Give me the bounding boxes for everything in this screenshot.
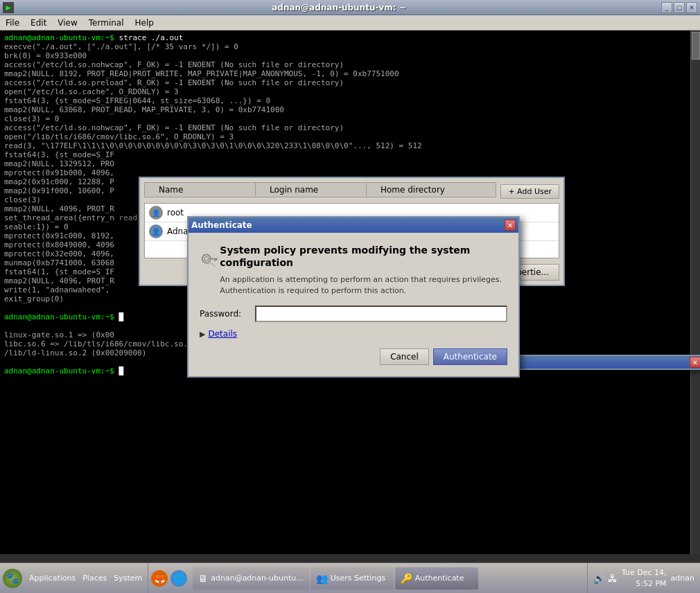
add-user-button[interactable]: + Add User (500, 184, 559, 199)
terminal-line-18: mmap2(0x91f000, 10600, P (4, 186, 114, 195)
task-auth-icon: 🔑 (401, 573, 412, 584)
users-dialog-close[interactable]: ✕ (690, 357, 700, 368)
menu-help[interactable]: Help (130, 17, 159, 29)
system-label: System (114, 574, 142, 583)
taskbar-notifications: 🔊 🖧 (593, 573, 618, 584)
user-name-adna: Adna (167, 227, 189, 236)
auth-dialog-close[interactable]: ✕ (505, 220, 516, 231)
minimize-button[interactable]: _ (661, 2, 672, 13)
terminal-line-24: mprotect(0x8049000, 4096 (4, 240, 114, 249)
firefox-icon[interactable]: 🦊 (151, 570, 168, 587)
auth-description: An application is attempting to perform … (220, 274, 507, 296)
task-authenticate[interactable]: 🔑 Authenticate (395, 567, 478, 590)
terminal-line-3: brk(0) = 0x933e000 (4, 51, 87, 60)
authenticate-button[interactable]: Authenticate (433, 348, 507, 365)
terminal-line-16: mprotect(0x91b000, 4096, (4, 168, 114, 177)
terminal-line-15: mmap2(NULL, 1329512, PRO (4, 159, 114, 168)
places-menu[interactable]: Places (80, 572, 110, 584)
terminal-line-7: open("/etc/ld.so.cache", O_RDONLY) = 3 (4, 87, 179, 96)
task-terminal[interactable]: 🖥 adnan@adnan-ubuntu... (193, 567, 308, 590)
terminal-line-30: exit_group(0) (4, 294, 64, 303)
applications-menu[interactable]: Applications (26, 572, 78, 584)
titlebar-left: ▶ (3, 2, 17, 13)
taskbar: 🐾 Applications Places System 🦊 🌐 🖥 adnan… (0, 563, 700, 593)
terminal-line-5: mmap2(NULL, 8192, PROT_READ|PROT_WRITE, … (4, 69, 399, 78)
clock-time: 5:52 PM (622, 578, 667, 589)
terminal-line-11: access("/etc/ld.so.nohwcap", F_OK) = -1 … (4, 123, 344, 132)
auth-dialog-content: System policy prevents modifying the sys… (189, 233, 518, 376)
users-table-header: Name Login name Home directory (144, 182, 496, 197)
scrollbar-thumb[interactable] (692, 32, 700, 60)
task-users-settings[interactable]: 👥 Users Settings (310, 567, 394, 590)
terminal-line-21: set_thread_area({entry_n (4, 213, 114, 222)
terminal-line-10: close(3) = 0 (4, 114, 59, 123)
menu-view[interactable]: View (52, 17, 82, 29)
auth-buttons: Cancel Authenticate (200, 348, 507, 365)
terminal-cursor: █ (114, 312, 123, 321)
gnome-icon[interactable]: 🐾 (3, 569, 22, 588)
chrome-icon[interactable]: 🌐 (170, 570, 187, 587)
terminal-line-17: mmap2(0x91c000, 12288, P (4, 177, 114, 186)
cancel-button[interactable]: Cancel (380, 348, 429, 365)
terminal-line-14: fstat64(3, {st_mode=S_IF (4, 150, 114, 159)
terminal-prompt-3: adnan@adnan-ubuntu-vm:~$ (4, 366, 114, 375)
terminal-cmd-1: strace ./a.out (114, 33, 183, 42)
task-auth-label: Authenticate (415, 574, 464, 583)
col-name: Name (145, 183, 256, 197)
volume-icon[interactable]: 🔊 (593, 573, 605, 584)
terminal-line-8: fstat64(3, {st_mode=S_IFREG|0644, st_siz… (4, 96, 270, 105)
user-name-root: root (167, 208, 184, 218)
terminal-line-4: access("/etc/ld.so.nohwcap", F_OK) = -1 … (4, 60, 344, 69)
terminal-line-13: read(3, "\177ELF\1\1\1\0\0\0\0\0\0\0\0\0… (4, 141, 422, 150)
col-home: Home directory (367, 183, 478, 197)
auth-password-row: Password: (200, 306, 507, 322)
auth-dialog-titlebar: Authenticate ✕ (189, 218, 518, 233)
keys-icon (200, 244, 220, 277)
svg-point-0 (202, 254, 211, 263)
menu-terminal[interactable]: Terminal (83, 17, 130, 29)
maximize-button[interactable]: □ (674, 2, 685, 13)
menu-bar: File Edit View Terminal Help (0, 15, 700, 30)
col-login: Login name (256, 183, 367, 197)
terminal-line-12: open("/lib/tls/i686/cmov/libc.so.6", O_R… (4, 132, 234, 141)
terminal-line-29: write(1, "adnanwaheed", (4, 285, 110, 294)
terminal-line-23: mprotect(0x91c000, 8192, (4, 231, 114, 240)
terminal-line-22: seable:1}) = 0 (4, 222, 69, 231)
auth-heading: System policy prevents modifying the sys… (220, 244, 507, 269)
taskbar-clock: Tue Dec 14, 5:52 PM (622, 567, 667, 589)
auth-details-row[interactable]: ▶ Details (200, 329, 507, 339)
window-title: adnan@adnan-ubuntu-vm: ~ (17, 3, 661, 12)
menu-file[interactable]: File (0, 17, 25, 29)
terminal-scrollbar[interactable] (690, 30, 700, 554)
task-terminal-label: adnan@adnan-ubuntu... (211, 574, 303, 583)
close-button[interactable]: ✕ (686, 2, 697, 13)
quick-launch: 🦊 🌐 (148, 570, 190, 587)
password-input[interactable] (255, 306, 507, 322)
terminal-line-19: close(3) (4, 195, 41, 204)
details-label[interactable]: Details (208, 329, 237, 339)
task-terminal-icon: 🖥 (198, 573, 208, 584)
terminal-prompt-1: adnan@adnan-ubuntu-vm:~$ (4, 33, 114, 42)
menu-edit[interactable]: Edit (25, 17, 52, 29)
svg-line-6 (209, 262, 216, 266)
taskbar-right: 🔊 🖧 Tue Dec 14, 5:52 PM adnan (587, 563, 700, 593)
terminal-line-lib3: /lib/ld-linux.so.2 (0x00209000) (4, 348, 146, 357)
terminal-line-25: mprotect(0x32e000, 4096, (4, 249, 114, 258)
terminal-line-9: mmap2(NULL, 63068, PROT_READ, MAP_PRIVAT… (4, 105, 284, 114)
taskbar-user[interactable]: adnan (671, 574, 694, 583)
window-titlebar: ▶ adnan@adnan-ubuntu-vm: ~ _ □ ✕ (0, 0, 700, 15)
places-label: Places (82, 574, 107, 583)
task-users-icon: 👥 (316, 573, 328, 584)
network-icon[interactable]: 🖧 (608, 573, 618, 584)
terminal-line-lib1: linux-gate.so.1 => (0x00 (4, 330, 114, 339)
terminal-window-icon: ▶ (3, 2, 14, 13)
task-users-label: Users Settings (331, 574, 385, 583)
details-arrow-icon: ▶ (200, 330, 205, 339)
terminal-prompt-2: adnan@adnan-ubuntu-vm:~$ (4, 312, 114, 321)
system-menu[interactable]: System (111, 572, 145, 584)
terminal-line-26: munmap(0xb7741000, 63068 (4, 258, 114, 267)
password-label: Password: (200, 309, 255, 319)
user-avatar-root: 👤 (149, 206, 163, 220)
taskbar-left: 🐾 Applications Places System (0, 563, 148, 593)
applications-label: Applications (29, 574, 76, 583)
